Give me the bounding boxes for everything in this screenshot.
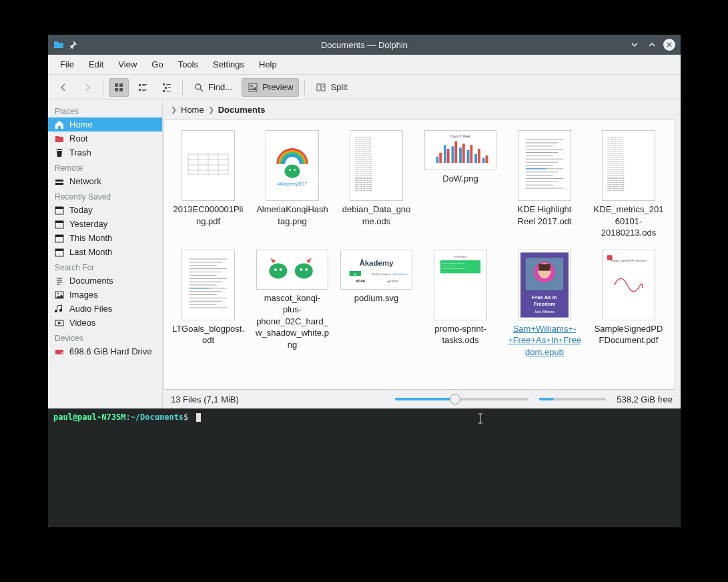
file-label: Sam+Williams+-+Free+As+In+Freedom.epub [508, 323, 581, 358]
breadcrumb-current[interactable]: Documents [218, 105, 266, 115]
terminal-path: ~/Documents [131, 412, 184, 422]
svg-text:#Akademy2017: #Akademy2017 [278, 182, 308, 187]
menu-settings[interactable]: Settings [206, 57, 251, 72]
menu-edit[interactable]: Edit [82, 57, 110, 72]
back-button[interactable] [53, 78, 73, 97]
split-label: Split [330, 82, 347, 92]
svg-rect-3 [119, 88, 123, 91]
root-icon [55, 134, 64, 143]
svg-rect-9 [142, 90, 145, 91]
breadcrumb-home[interactable]: Home [181, 105, 204, 115]
sidebar-item-network[interactable]: Network [48, 174, 162, 188]
svg-text:bluesystems: bluesystems [393, 272, 407, 275]
vid-icon [55, 318, 64, 328]
sidebar-item-images[interactable]: Images [48, 288, 162, 302]
toolbar: Find... Preview Split [48, 75, 681, 100]
svg-rect-28 [55, 235, 63, 237]
find-button[interactable]: Find... [188, 78, 238, 97]
svg-text:Days of Week: Days of Week [450, 135, 470, 138]
svg-rect-83 [470, 145, 472, 163]
terminal-panel[interactable]: paul@paul-N73SM:~/Documents$ [48, 408, 681, 527]
file-item[interactable]: In Progresslong term happiness based tre… [421, 247, 500, 361]
file-label: debian_Data_gnome.ods [340, 204, 413, 227]
split-button[interactable]: Split [310, 78, 352, 97]
main-column: ❯ Home ❯ Documents 2013EC000001Pling.pdf… [163, 100, 681, 408]
svg-rect-1 [119, 83, 123, 87]
file-item[interactable]: ÅkademyQtThe Qt CompanybluesystemsKDAB◆ … [337, 247, 416, 361]
svg-rect-153 [259, 252, 326, 288]
svg-text:◆ PRIOS: ◆ PRIOS [388, 280, 398, 283]
file-item[interactable]: Days of WeekDoW.png [421, 127, 500, 242]
cal-icon [55, 234, 64, 243]
svg-rect-6 [142, 85, 145, 86]
menu-view[interactable]: View [111, 57, 143, 72]
svg-text:encourage people to implement: encourage people to implement [442, 267, 465, 269]
sidebar-item-home[interactable]: Home [48, 117, 162, 131]
file-item[interactable]: LTGoals_blogpost.odt [169, 247, 248, 361]
preview-button[interactable]: Preview [242, 78, 299, 97]
titlebar[interactable]: Documents — Dolphin [48, 35, 681, 55]
cal-icon [55, 206, 64, 215]
menu-tools[interactable]: Tools [171, 57, 205, 72]
terminal-sep: : [125, 412, 130, 422]
file-item[interactable]: mascot_konqi-plus-phone_02C_hard_w_shado… [253, 247, 332, 361]
view-details-button[interactable] [157, 78, 177, 97]
maximize-button[interactable] [646, 39, 658, 51]
sidebar-item-trash[interactable]: Trash [48, 146, 162, 160]
sidebar-item-audio-files[interactable]: Audio Files [48, 302, 162, 316]
sidebar[interactable]: PlacesHomeRootTrashRemoteNetworkRecently… [48, 100, 163, 408]
breadcrumb[interactable]: ❯ Home ❯ Documents [163, 100, 681, 119]
close-button[interactable] [663, 39, 675, 51]
sidebar-item-this-month[interactable]: This Month [48, 231, 162, 245]
menu-file[interactable]: File [53, 57, 81, 72]
sidebar-header: Places [48, 103, 162, 117]
forward-button[interactable] [77, 78, 97, 97]
svg-rect-79 [454, 141, 457, 164]
file-item[interactable]: Free As InFreedomSam WilliamsSam+William… [505, 247, 584, 361]
aud-icon [55, 304, 64, 314]
sidebar-item-root[interactable]: Root [48, 131, 162, 146]
file-item[interactable]: KDE Highlight Reel 2017.odt [505, 127, 584, 242]
svg-rect-11 [166, 84, 171, 85]
svg-text:Sam Williams: Sam Williams [534, 310, 555, 313]
sidebar-item-today[interactable]: Today [48, 203, 162, 217]
file-item[interactable]: 2013EC000001Pling.pdf [169, 127, 248, 242]
view-icons-button[interactable] [109, 78, 129, 97]
sidebar-header: Recently Saved [48, 188, 162, 203]
svg-rect-13 [168, 87, 171, 88]
sidebar-item-698-6-gib-hard-drive[interactable]: 698.6 GiB Hard Drive [48, 344, 162, 358]
home-icon [55, 120, 64, 129]
file-label: promo-sprint-tasks.ods [424, 323, 497, 346]
file-item[interactable]: Sample Signed PDF DocumentSampleSignedPD… [589, 247, 668, 361]
sidebar-item-yesterday[interactable]: Yesterday [48, 217, 162, 231]
svg-rect-77 [447, 149, 450, 163]
svg-rect-2 [115, 88, 118, 91]
svg-rect-30 [55, 249, 63, 251]
menu-go[interactable]: Go [145, 57, 169, 72]
file-thumbnail: Sample Signed PDF Document [602, 250, 655, 320]
file-thumbnail [256, 250, 328, 290]
file-thumbnail: Free As InFreedomSam Williams [518, 250, 571, 320]
status-count: 13 Files (7,1 MiB) [171, 394, 239, 404]
file-label: KDE_metrics_20160101-20180213.ods [592, 204, 665, 239]
preview-label: Preview [262, 82, 293, 92]
terminal-user: paul@paul-N73SM [53, 412, 125, 422]
file-item[interactable]: #Akademy2017AlmeriaKonqiHashtag.png [253, 127, 332, 242]
sidebar-item-videos[interactable]: Videos [48, 316, 162, 330]
file-thumbnail: row0 123 456 789 012row1 123 456 789 012… [602, 130, 655, 201]
pin-icon[interactable] [68, 40, 77, 49]
svg-rect-15 [166, 91, 171, 91]
view-compact-button[interactable] [133, 78, 153, 97]
svg-text:Free As In: Free As In [532, 294, 557, 300]
sidebar-header: Search For [48, 259, 162, 274]
sidebar-item-documents[interactable]: Documents [48, 274, 162, 288]
status-disk-free: 538,2 GiB free [617, 394, 673, 404]
file-item[interactable]: row0 123 456 789 012row1 123 456 789 012… [589, 127, 668, 242]
svg-text:row27 123 456 789 012: row27 123 456 789 012 [607, 190, 625, 192]
file-view[interactable]: 2013EC000001Pling.pdf#Akademy2017Almeria… [163, 119, 675, 390]
file-item[interactable]: row0 123 456 789 012row1 123 456 789 012… [337, 127, 416, 242]
sidebar-item-last-month[interactable]: Last Month [48, 245, 162, 259]
zoom-slider[interactable] [395, 398, 528, 400]
minimize-button[interactable] [629, 39, 641, 51]
menu-help[interactable]: Help [252, 57, 284, 72]
